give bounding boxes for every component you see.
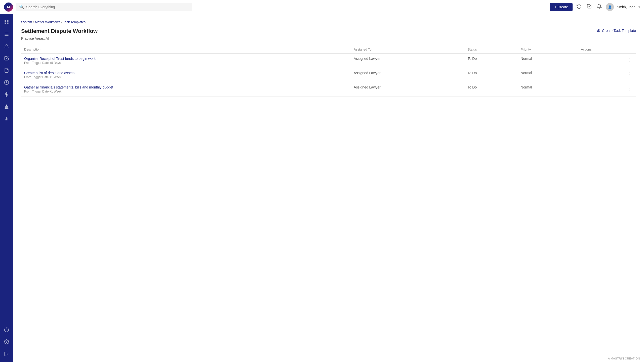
matters-icon: [4, 32, 9, 37]
breadcrumb-system[interactable]: System: [21, 20, 32, 24]
create-task-template-button[interactable]: ⊕ Create Task Template: [597, 28, 636, 33]
task-link-2[interactable]: Gather all financials statements, bills …: [24, 85, 348, 89]
reports-icon: [4, 116, 9, 121]
task-status-1: To Do: [465, 68, 518, 82]
task-assigned-to-2: Assigned Lawyer: [351, 82, 465, 97]
table-row: Organise Receipt of Trust funds to begin…: [21, 54, 636, 68]
footer-brand: A MASTRIN CREATION: [608, 357, 640, 360]
col-description: Description: [21, 46, 351, 54]
contacts-icon: [4, 44, 9, 49]
sidebar-bottom: [2, 325, 12, 359]
tasks-icon: [4, 56, 9, 61]
breadcrumb-sep-2: /: [61, 20, 62, 24]
top-navigation: M 🔍 + Create 👤 Smith, John ▾: [0, 0, 644, 14]
chevron-down-icon: ▾: [638, 5, 640, 9]
history-icon: [577, 4, 582, 9]
dashboard-icon: [4, 20, 9, 25]
sidebar: [0, 14, 13, 362]
content-inner: System / Matter Workflows / Task Templat…: [13, 14, 644, 362]
task-priority-1: Normal: [518, 68, 578, 82]
checklist-icon: [587, 4, 592, 9]
sidebar-item-time[interactable]: [2, 77, 12, 87]
sidebar-item-reports[interactable]: [2, 114, 12, 124]
svg-rect-1: [7, 20, 9, 22]
sidebar-item-documents[interactable]: [2, 65, 12, 75]
sidebar-item-law[interactable]: [2, 102, 12, 112]
page-header: Settlement Dispute Workflow ⊕ Create Tas…: [21, 28, 636, 34]
task-status-2: To Do: [465, 82, 518, 97]
sidebar-item-tasks[interactable]: [2, 53, 12, 63]
task-description-cell: Create a list of debts and assets From T…: [21, 68, 351, 82]
sidebar-item-billing[interactable]: [2, 89, 12, 100]
user-name[interactable]: Smith, John: [617, 5, 635, 9]
sidebar-item-contacts[interactable]: [2, 41, 12, 51]
search-icon: 🔍: [19, 5, 24, 9]
breadcrumb: System / Matter Workflows / Task Templat…: [21, 20, 636, 24]
sidebar-item-help[interactable]: [2, 325, 12, 335]
create-button[interactable]: + Create: [550, 3, 573, 11]
table-row: Gather all financials statements, bills …: [21, 82, 636, 97]
task-subtext-2: From Trigger Date +1 Week: [24, 90, 348, 93]
help-icon: [4, 327, 9, 332]
svg-rect-2: [5, 23, 6, 24]
col-priority: Priority: [518, 46, 578, 54]
tasks-nav-icon-button[interactable]: [586, 3, 593, 11]
sidebar-item-settings[interactable]: [2, 337, 12, 347]
nav-right: + Create 👤 Smith, John ▾: [550, 3, 640, 11]
task-subtext-0: From Trigger Date +5 Days: [24, 61, 348, 65]
task-description-cell: Gather all financials statements, bills …: [21, 82, 351, 97]
svg-rect-0: [5, 20, 6, 22]
breadcrumb-matter-workflows[interactable]: Matter Workflows: [35, 20, 60, 24]
search-input[interactable]: [26, 5, 189, 9]
task-assigned-to-0: Assigned Lawyer: [351, 54, 465, 68]
svg-rect-3: [7, 23, 9, 24]
col-assigned-to: Assigned To: [351, 46, 465, 54]
breadcrumb-task-templates[interactable]: Task Templates: [63, 20, 86, 24]
practice-areas-label: Practice Areas:: [21, 36, 45, 40]
practice-areas: Practice Areas: All: [21, 36, 636, 40]
task-subtext-1: From Trigger Date +1 Week: [24, 75, 348, 79]
svg-point-7: [6, 44, 8, 46]
table-row: Create a list of debts and assets From T…: [21, 68, 636, 82]
task-link-0[interactable]: Organise Receipt of Trust funds to begin…: [24, 57, 348, 61]
practice-areas-value: All: [46, 36, 50, 40]
sidebar-item-matters[interactable]: [2, 29, 12, 39]
law-icon: [4, 104, 9, 109]
main-content: System / Matter Workflows / Task Templat…: [13, 14, 644, 362]
task-actions-0: ⋮: [578, 54, 636, 68]
col-actions: Actions: [578, 46, 636, 54]
actions-menu-button-0[interactable]: ⋮: [625, 57, 633, 63]
task-status-0: To Do: [465, 54, 518, 68]
history-icon-button[interactable]: [576, 3, 583, 11]
sidebar-item-dashboard[interactable]: [2, 17, 12, 27]
documents-icon: [4, 68, 9, 73]
logout-icon: [4, 351, 9, 356]
table-body: Organise Receipt of Trust funds to begin…: [21, 54, 636, 97]
notifications-icon-button[interactable]: [596, 3, 603, 11]
avatar: 👤: [606, 3, 614, 11]
task-link-1[interactable]: Create a list of debts and assets: [24, 71, 348, 75]
task-actions-2: ⋮: [578, 82, 636, 97]
task-table: Description Assigned To Status Priority …: [21, 46, 636, 97]
col-status: Status: [465, 46, 518, 54]
sidebar-item-logout[interactable]: [2, 349, 12, 359]
billing-icon: [4, 92, 9, 97]
create-task-template-label: Create Task Template: [602, 29, 636, 33]
task-priority-0: Normal: [518, 54, 578, 68]
search-bar[interactable]: 🔍: [16, 3, 192, 11]
task-actions-1: ⋮: [578, 68, 636, 82]
svg-point-18: [6, 341, 7, 343]
task-assigned-to-1: Assigned Lawyer: [351, 68, 465, 82]
table-header: Description Assigned To Status Priority …: [21, 46, 636, 54]
task-priority-2: Normal: [518, 82, 578, 97]
page-title: Settlement Dispute Workflow: [21, 28, 98, 34]
actions-menu-button-2[interactable]: ⋮: [625, 85, 633, 92]
bell-icon: [597, 4, 602, 9]
time-icon: [4, 80, 9, 85]
app-logo[interactable]: M: [4, 3, 13, 12]
breadcrumb-sep-1: /: [33, 20, 34, 24]
task-description-cell: Organise Receipt of Trust funds to begin…: [21, 54, 351, 68]
settings-icon: [4, 339, 9, 344]
plus-circle-icon: ⊕: [597, 28, 600, 33]
actions-menu-button-1[interactable]: ⋮: [625, 71, 633, 77]
